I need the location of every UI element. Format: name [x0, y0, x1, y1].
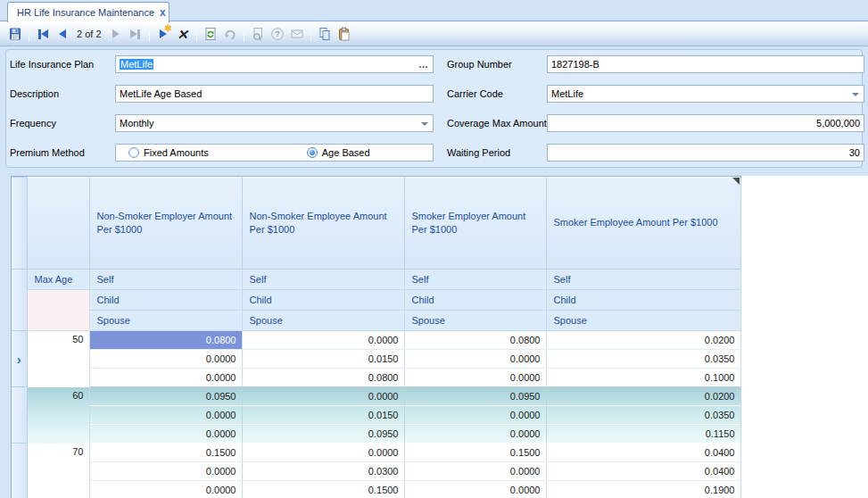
subheader-child[interactable]: Child	[89, 290, 242, 311]
first-record-button[interactable]	[33, 24, 53, 44]
group-number-label: Group Number	[447, 55, 512, 73]
frequency-select[interactable]: Monthly	[115, 114, 434, 132]
subheader-spouse[interactable]: Spouse	[242, 311, 404, 331]
subheader-self[interactable]: Self	[89, 270, 242, 290]
grid-cell[interactable]: 0.0300	[242, 462, 404, 481]
subheader-child[interactable]: Child	[546, 290, 740, 311]
chevron-down-icon[interactable]	[421, 122, 428, 126]
toolbar-separator	[244, 26, 244, 42]
column-header[interactable]: Non-Smoker Employee Amount Per $1000	[242, 178, 404, 270]
grid-cell[interactable]: 0.0000	[404, 406, 546, 425]
subheader-self[interactable]: Self	[242, 270, 404, 290]
lookup-ellipsis-icon[interactable]: …	[418, 56, 429, 72]
grid-cell[interactable]: 0.0950	[89, 387, 242, 406]
grid-cell[interactable]: 0.0000	[404, 369, 546, 387]
column-header[interactable]: Smoker Employer Amount Per $1000	[404, 178, 546, 270]
grid-cell[interactable]: 0.0800	[242, 369, 404, 387]
subheader-spouse[interactable]: Spouse	[404, 311, 546, 331]
grid-cell[interactable]: 0.0000	[242, 444, 404, 462]
undo-button[interactable]	[220, 24, 240, 44]
grid-cell[interactable]: 0.0400	[546, 462, 740, 481]
max-age-filter-cell[interactable]	[27, 290, 89, 331]
delete-record-button[interactable]: ✕	[173, 24, 193, 44]
subheader-self[interactable]: Self	[546, 270, 740, 290]
row-indicator-cell[interactable]	[12, 387, 27, 444]
grid-cell[interactable]: 0.0150	[242, 350, 404, 369]
grid-cell[interactable]: 0.0400	[546, 444, 740, 462]
row-indicator-cell[interactable]: ›	[12, 331, 27, 387]
grid-cell[interactable]: 0.0350	[546, 350, 740, 369]
max-age-cell[interactable]: 60	[27, 387, 89, 444]
grid-cell[interactable]: 0.0000	[404, 462, 546, 481]
refresh-button[interactable]	[201, 24, 220, 44]
subheader-indicator-cell	[12, 270, 27, 331]
row-indicator-cell[interactable]	[12, 444, 27, 498]
copy-button[interactable]	[315, 24, 335, 44]
max-age-cell[interactable]: 50	[27, 331, 89, 387]
help-button[interactable]: ?	[268, 24, 287, 44]
grid-cell[interactable]: 0.1500	[89, 444, 242, 462]
email-button[interactable]	[287, 24, 307, 44]
subheader-self[interactable]: Self	[404, 270, 546, 290]
grid-cell[interactable]: 0.0000	[242, 387, 404, 406]
max-age-cell[interactable]: 70	[27, 444, 89, 498]
grid-cell[interactable]: 0.0000	[404, 350, 546, 369]
grid-cell[interactable]: 0.0000	[89, 406, 242, 425]
grid-cell[interactable]: 0.0950	[242, 425, 404, 444]
grid-cell[interactable]: 0.0000	[89, 462, 242, 481]
grid-cell[interactable]: 0.0150	[242, 406, 404, 425]
previous-record-icon	[59, 29, 66, 38]
subheader-child[interactable]: Child	[242, 290, 404, 311]
grid-cell[interactable]: 0.0000	[89, 481, 242, 498]
tab-close-icon[interactable]: x	[160, 6, 166, 19]
new-record-button[interactable]: ✱	[153, 24, 173, 44]
grid-cell[interactable]: 0.1000	[546, 369, 740, 387]
subheader-spouse[interactable]: Spouse	[546, 311, 740, 331]
grid-cell[interactable]: 0.0350	[546, 406, 740, 425]
grid-cell[interactable]: 0.0800	[404, 331, 546, 350]
previous-record-button[interactable]	[53, 24, 72, 44]
life-insurance-plan-input[interactable]: MetLife …	[115, 55, 434, 73]
max-age-header[interactable]: Max Age	[27, 270, 89, 290]
subheader-child[interactable]: Child	[404, 290, 546, 311]
grid-cell[interactable]: 0.0000	[404, 425, 546, 444]
toolbar-separator	[196, 26, 197, 42]
grid-cell[interactable]: 0.1150	[546, 425, 740, 444]
grid-cell[interactable]: 0.0000	[242, 331, 404, 350]
grid-cell[interactable]: 0.1500	[404, 444, 546, 462]
grid-cell[interactable]: 0.0950	[404, 387, 546, 406]
coverage-max-amount-input[interactable]: 5,000,000	[547, 114, 864, 132]
next-record-button[interactable]	[106, 24, 126, 44]
description-input[interactable]: MetLife Age Based	[115, 85, 434, 103]
radio-age-based-label: Age Based	[322, 145, 370, 161]
print-preview-button[interactable]	[248, 24, 268, 44]
carrier-code-select[interactable]: MetLife	[547, 85, 864, 103]
waiting-period-input[interactable]: 30	[547, 144, 864, 162]
record-position: 2 of 2	[72, 29, 106, 39]
paste-button[interactable]	[335, 24, 354, 44]
tab-hr-life-insurance-maintenance[interactable]: HR Life Insurance Maintenance x	[7, 2, 169, 22]
radio-age-based[interactable]: Age Based	[307, 145, 370, 161]
carrier-code-label: Carrier Code	[447, 85, 503, 103]
radio-fixed-amounts[interactable]: Fixed Amounts	[128, 145, 209, 161]
last-record-button[interactable]	[126, 24, 145, 44]
column-header[interactable]: Smoker Employee Amount Per $1000	[546, 178, 740, 270]
grid-cell[interactable]: 0.0800	[89, 331, 242, 350]
grid-cell[interactable]: 0.0200	[546, 387, 740, 406]
grid-cell[interactable]: 0.0000	[89, 425, 242, 444]
grid-cell[interactable]: 0.0000	[89, 350, 242, 369]
new-record-star-icon: ✱	[164, 23, 171, 33]
grid-cell[interactable]: 0.1900	[546, 481, 740, 498]
toolbar-separator	[29, 26, 29, 42]
subheader-spouse[interactable]: Spouse	[89, 311, 242, 331]
record-form-panel: Life Insurance Plan MetLife … Descriptio…	[5, 49, 863, 168]
grid-cell[interactable]: 0.0200	[546, 331, 740, 350]
column-header[interactable]: Non-Smoker Employer Amount Per $1000	[89, 178, 242, 270]
chevron-down-icon[interactable]	[852, 93, 859, 96]
group-number-input[interactable]: 1827198-B	[547, 55, 864, 73]
grid-cell[interactable]: 0.1500	[242, 481, 404, 498]
coverage-max-amount-label: Coverage Max Amount	[447, 114, 547, 132]
grid-cell[interactable]: 0.0000	[404, 481, 546, 498]
save-button[interactable]	[5, 24, 25, 44]
grid-cell[interactable]: 0.0000	[89, 369, 242, 387]
